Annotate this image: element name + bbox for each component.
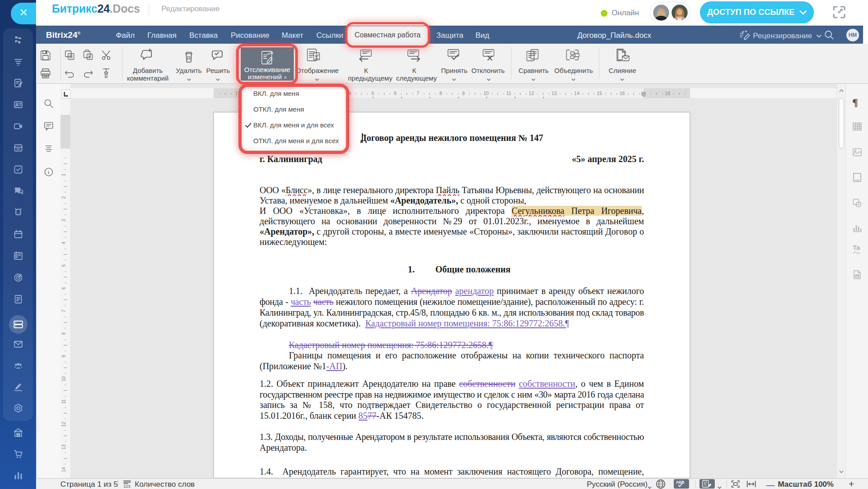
svg-text:14: 14 bbox=[574, 91, 580, 96]
svg-text:13: 13 bbox=[61, 444, 66, 450]
svg-text:4: 4 bbox=[61, 241, 66, 244]
svg-text:1: 1 bbox=[235, 91, 238, 96]
svg-text:11: 11 bbox=[61, 399, 66, 404]
svg-text:1: 1 bbox=[61, 173, 66, 176]
svg-text:9: 9 bbox=[462, 91, 465, 96]
svg-text:12: 12 bbox=[61, 421, 66, 427]
svg-text:5: 5 bbox=[61, 264, 66, 267]
svg-text:8: 8 bbox=[439, 91, 442, 96]
svg-text:10: 10 bbox=[484, 91, 489, 96]
svg-text:18: 18 bbox=[665, 91, 670, 96]
svg-text:11: 11 bbox=[506, 91, 511, 96]
svg-text:9: 9 bbox=[61, 355, 66, 358]
svg-text:6: 6 bbox=[61, 287, 66, 290]
svg-text:123: 123 bbox=[123, 484, 130, 488]
svg-text:7: 7 bbox=[61, 309, 66, 312]
svg-text:10: 10 bbox=[61, 376, 66, 382]
svg-text:6: 6 bbox=[394, 91, 397, 96]
svg-text:14: 14 bbox=[61, 467, 66, 472]
svg-text:8: 8 bbox=[61, 332, 66, 335]
svg-text:2: 2 bbox=[61, 196, 66, 199]
svg-text:АБВ: АБВ bbox=[676, 480, 684, 484]
svg-text:5: 5 bbox=[371, 91, 374, 96]
svg-text:7: 7 bbox=[417, 91, 420, 96]
svg-text:3: 3 bbox=[61, 219, 66, 222]
svg-text:12: 12 bbox=[529, 91, 534, 96]
svg-text:16: 16 bbox=[620, 91, 625, 96]
svg-text:15: 15 bbox=[597, 91, 602, 96]
svg-text:13: 13 bbox=[552, 91, 557, 96]
